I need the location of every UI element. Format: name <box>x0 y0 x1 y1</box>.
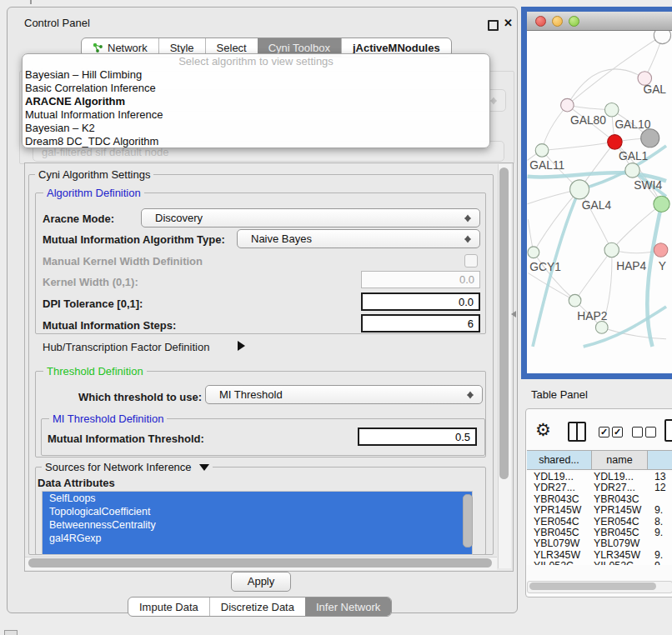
attribute-item-partial[interactable] <box>43 545 472 555</box>
algorithm-option[interactable]: Bayesian – K2 <box>23 122 489 135</box>
cyni-mode-tabs: Impute Data Discretize Data Infer Networ… <box>128 597 392 617</box>
network-node[interactable] <box>595 322 608 334</box>
column-header-shared[interactable]: shared... <box>527 450 592 470</box>
algorithm-dropdown-popup: Select algorithm to view settings Bayesi… <box>22 53 490 148</box>
table-row[interactable]: YER054CYER054C8. <box>526 517 672 528</box>
node-table[interactable]: YDL19...YDL19...13YDR27...YDR27...12YBR0… <box>526 472 672 565</box>
table-cell: YPR145W <box>526 505 591 516</box>
network-node[interactable] <box>654 31 670 44</box>
unchecked-checkbox-icon[interactable] <box>645 427 656 438</box>
hub-definition-label[interactable]: Hub/Transcription Factor Definition <box>43 341 209 353</box>
table-row[interactable]: YLR345WYLR345W9. <box>526 550 672 561</box>
table-row[interactable]: YBR045CYBR045C9. <box>526 528 672 538</box>
table-row[interactable]: YDL19...YDL19...13 <box>526 472 672 482</box>
network-node-gal10[interactable] <box>604 102 619 117</box>
algorithm-option[interactable]: Dream8 DC_TDC Algorithm <box>23 135 489 148</box>
mi-threshold-input[interactable]: 0.5 <box>358 428 477 446</box>
table-row[interactable]: YBR043CYBR043C <box>526 494 672 505</box>
node-label: GAL10 <box>614 118 650 131</box>
node-label: GAL80 <box>570 114 606 127</box>
dpi-tolerance-label: DPI Tolerance [0,1]: <box>43 298 143 310</box>
sources-group-title[interactable]: Sources for Network Inference <box>42 461 213 473</box>
node-label: Y <box>659 260 666 272</box>
tab-network-label: Network <box>108 42 148 54</box>
algorithm-option[interactable]: ARACNE Algorithm <box>23 95 489 108</box>
network-window-titlebar[interactable] <box>527 12 672 31</box>
stepper-arrows-icon <box>467 388 475 401</box>
table-row[interactable]: YDR27...YDR27...12 <box>526 482 672 493</box>
dpi-tolerance-input[interactable]: 0.0 <box>361 292 480 311</box>
close-icon[interactable]: ✕ <box>504 17 513 29</box>
network-node-gal1[interactable] <box>608 135 622 149</box>
network-node-swi4[interactable] <box>625 163 639 178</box>
list-scrollbar-thumb[interactable] <box>463 494 473 548</box>
apply-button[interactable]: Apply <box>231 572 291 592</box>
network-node-hap4[interactable] <box>604 242 619 257</box>
expand-arrow-icon[interactable] <box>238 341 245 351</box>
algorithm-option[interactable]: Mutual Information Inference <box>23 108 489 122</box>
network-edge <box>575 250 612 301</box>
attribute-item[interactable]: TopologicalCoefficient <box>43 505 472 518</box>
table-row[interactable]: YIL052CYIL052C9. <box>526 561 672 565</box>
network-node-gal4[interactable] <box>570 180 589 199</box>
manual-kernel-checkbox[interactable] <box>464 254 478 268</box>
node-label: GAL4 <box>582 199 612 212</box>
minimize-traffic-light[interactable] <box>552 16 563 27</box>
checked-checkbox-icon[interactable]: ✓ <box>599 427 609 438</box>
table-cell: 9. <box>647 561 672 565</box>
table-cell: YBR043C <box>591 494 647 505</box>
tab-impute-data[interactable]: Impute Data <box>128 598 209 616</box>
node-label: GCY1 <box>529 261 561 273</box>
network-canvas[interactable]: GALGAL80GAL10GAL1GAL11SWI4GAL4GCY1HAP4YH… <box>527 31 672 373</box>
attribute-item[interactable]: SelfLoops <box>43 492 472 505</box>
zoom-traffic-light[interactable] <box>569 16 579 27</box>
table-cell: YER054C <box>526 517 591 528</box>
table-cell: YDR27... <box>526 482 591 493</box>
split-columns-icon[interactable] <box>568 422 586 442</box>
column-header-partial[interactable] <box>648 450 672 470</box>
network-node-gal80[interactable] <box>561 98 574 112</box>
column-header-name[interactable]: name <box>592 450 648 470</box>
checked-checkbox-icon[interactable]: ✓ <box>612 427 623 438</box>
tab-discretize-data[interactable]: Discretize Data <box>209 598 305 616</box>
collapse-arrow-icon <box>199 464 209 471</box>
table-cell: 9. <box>647 550 672 561</box>
horizontal-scrollbar-thumb[interactable] <box>28 558 492 568</box>
network-icon <box>93 42 103 53</box>
stepper-arrows-icon <box>464 232 473 245</box>
vertical-scrollbar-thumb[interactable] <box>499 168 509 479</box>
minimized-window-icon[interactable] <box>4 630 18 635</box>
threshold-definition-title: Threshold Definition <box>43 365 147 378</box>
gear-icon[interactable]: ⚙ <box>535 420 551 440</box>
aracne-mode-label: Aracne Mode: <box>43 212 114 225</box>
mi-type-select[interactable]: Naive Bayes <box>237 229 480 248</box>
algorithm-option[interactable]: Bayesian – Hill Climbing <box>23 68 489 82</box>
table-cell: 13 <box>647 472 672 482</box>
network-node[interactable] <box>641 129 659 148</box>
network-view-window: GALGAL80GAL10GAL1GAL11SWI4GAL4GCY1HAP4YH… <box>521 7 672 379</box>
which-threshold-select[interactable]: MI Threshold <box>205 385 483 404</box>
document-icon[interactable] <box>664 419 672 442</box>
network-node-hap2[interactable] <box>569 294 581 307</box>
mi-steps-input[interactable]: 6 <box>361 314 480 332</box>
table-row[interactable]: YPR145WYPR145W9. <box>526 505 672 516</box>
close-traffic-light[interactable] <box>535 16 546 27</box>
network-node[interactable] <box>654 196 669 212</box>
network-node-gcy1[interactable] <box>528 247 539 258</box>
attribute-item[interactable]: gal4RGexp <box>43 532 472 545</box>
network-node-y[interactable] <box>654 243 668 258</box>
split-pane-collapse-icon[interactable] <box>511 311 516 318</box>
data-attributes-list[interactable]: SelfLoopsTopologicalCoefficientBetweenne… <box>42 491 473 555</box>
network-node-gal11[interactable] <box>535 144 549 158</box>
tab-infer-network[interactable]: Infer Network <box>305 598 391 616</box>
unchecked-checkbox-icon[interactable] <box>632 427 643 438</box>
aracne-mode-select[interactable]: Discovery <box>141 208 480 228</box>
table-row[interactable]: YBL079WYBL079W <box>526 538 672 549</box>
manual-kernel-label: Manual Kernel Width Definition <box>43 255 203 268</box>
algorithm-option[interactable]: Basic Correlation Inference <box>23 82 489 95</box>
table-hscrollbar-thumb[interactable] <box>529 582 656 590</box>
float-window-icon[interactable] <box>488 20 499 31</box>
kernel-width-input[interactable]: 0.0 <box>361 271 480 288</box>
attribute-item[interactable]: BetweennessCentrality <box>43 518 472 532</box>
network-edge <box>579 189 612 250</box>
